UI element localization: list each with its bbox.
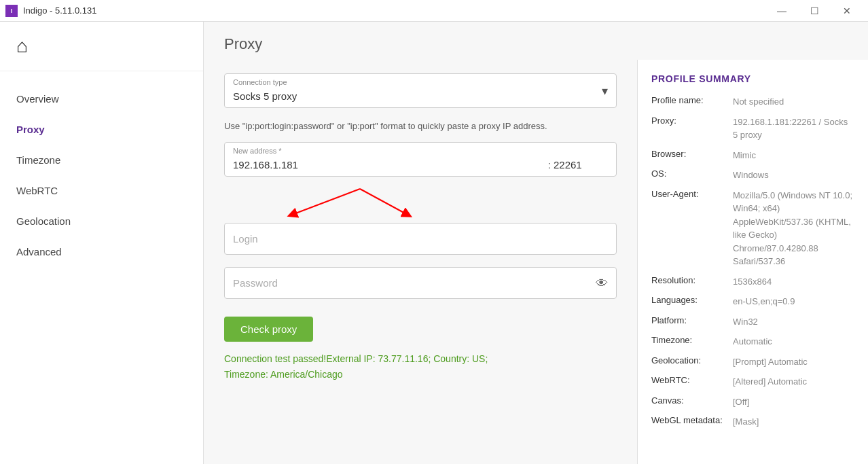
summary-row: WebRTC:[Altered] Automatic xyxy=(651,375,854,389)
summary-row: Platform:Win32 xyxy=(651,315,854,329)
content-main: Connection type Socks 5 proxy Socks 4 pr… xyxy=(204,60,868,464)
titlebar: I Indigo - 5.11.0.131 — ☐ ✕ xyxy=(0,0,868,22)
arrow-annotation xyxy=(224,182,617,223)
summary-value: Not specified xyxy=(733,95,854,109)
summary-value: Mimic xyxy=(733,149,854,162)
summary-value: en-US,en;q=0.9 xyxy=(733,295,854,308)
summary-value: Mozilla/5.0 (Windows NT 10.0; Win64; x64… xyxy=(733,189,854,268)
summary-key: Canvas: xyxy=(651,395,733,406)
profile-summary-title: PROFILE SUMMARY xyxy=(651,73,854,84)
summary-value: 192.168.1.181:22261 / Socks 5 proxy xyxy=(733,115,854,142)
sidebar-item-proxy[interactable]: Proxy xyxy=(0,115,203,143)
address-input[interactable] xyxy=(233,159,545,171)
success-message: Connection test passed!External IP: 73.7… xyxy=(224,351,617,382)
summary-value: Windows xyxy=(733,168,854,182)
sidebar-home[interactable]: ⌂ xyxy=(0,22,203,71)
summary-value: [Mask] xyxy=(733,415,854,429)
summary-key: Browser: xyxy=(651,149,733,159)
app-logo: I xyxy=(5,5,18,17)
summary-rows: Profile name:Not specifiedProxy:192.168.… xyxy=(651,95,854,429)
sidebar-item-geolocation[interactable]: Geolocation xyxy=(0,207,203,235)
summary-key: Geolocation: xyxy=(651,355,733,365)
sidebar: ⌂ Overview Proxy Timezone WebRTC Geoloca… xyxy=(0,22,204,464)
connection-type-label: Connection type xyxy=(233,78,287,86)
summary-value: [Altered] Automatic xyxy=(733,375,854,389)
login-group xyxy=(224,223,617,255)
sidebar-item-webrtc[interactable]: WebRTC xyxy=(0,177,203,204)
summary-key: Profile name: xyxy=(651,95,733,105)
summary-row: Languages:en-US,en;q=0.9 xyxy=(651,295,854,308)
summary-row: Timezone:Automatic xyxy=(651,335,854,349)
summary-key: User-Agent: xyxy=(651,189,733,199)
summary-row: Proxy:192.168.1.181:22261 / Socks 5 prox… xyxy=(651,115,854,142)
summary-key: Resolution: xyxy=(651,275,733,285)
maximize-button[interactable]: ☐ xyxy=(799,0,830,22)
connection-type-group: Connection type Socks 5 proxy Socks 4 pr… xyxy=(224,73,617,108)
page-title: Proxy xyxy=(224,35,848,53)
minimize-button[interactable]: — xyxy=(766,0,797,22)
summary-value: 1536x864 xyxy=(733,275,854,289)
summary-row: Geolocation:[Prompt] Automatic xyxy=(651,355,854,369)
login-input[interactable] xyxy=(225,224,616,254)
form-area: Connection type Socks 5 proxy Socks 4 pr… xyxy=(204,60,637,464)
sidebar-item-timezone[interactable]: Timezone xyxy=(0,146,203,174)
form-section: Connection type Socks 5 proxy Socks 4 pr… xyxy=(224,73,617,382)
summary-value: Win32 xyxy=(733,315,854,329)
profile-summary: PROFILE SUMMARY Profile name:Not specifi… xyxy=(637,60,868,464)
summary-key: Languages: xyxy=(651,295,733,305)
password-input[interactable] xyxy=(225,268,616,298)
summary-value: [Off] xyxy=(733,395,854,409)
summary-key: Platform: xyxy=(651,315,733,325)
titlebar-controls: — ☐ ✕ xyxy=(766,0,863,22)
summary-row: Browser:Mimic xyxy=(651,149,854,162)
login-wrapper xyxy=(224,223,617,255)
summary-key: Timezone: xyxy=(651,335,733,345)
summary-key: OS: xyxy=(651,168,733,179)
close-button[interactable]: ✕ xyxy=(831,0,863,22)
summary-row: Canvas:[Off] xyxy=(651,395,854,409)
sidebar-item-overview[interactable]: Overview xyxy=(0,85,203,113)
home-icon[interactable]: ⌂ xyxy=(16,35,187,57)
svg-line-1 xyxy=(360,189,408,215)
content-header: Proxy xyxy=(204,22,868,60)
titlebar-title: Indigo - 5.11.0.131 xyxy=(23,5,96,16)
connection-type-dropdown[interactable]: Connection type Socks 5 proxy Socks 4 pr… xyxy=(224,73,617,108)
sidebar-nav: Overview Proxy Timezone WebRTC Geolocati… xyxy=(0,71,203,279)
titlebar-left: I Indigo - 5.11.0.131 xyxy=(5,5,96,17)
summary-row: User-Agent:Mozilla/5.0 (Windows NT 10.0;… xyxy=(651,189,854,268)
svg-line-0 xyxy=(292,189,360,215)
summary-value: Automatic xyxy=(733,335,854,349)
address-separator: : xyxy=(545,159,554,171)
arrow-svg xyxy=(224,182,564,223)
hint-text: Use "ip:port:login:password" or "ip:port… xyxy=(224,120,617,132)
address-label: New address * xyxy=(233,147,282,155)
success-text-content: Connection test passed!External IP: 73.7… xyxy=(224,353,488,379)
sidebar-item-advanced[interactable]: Advanced xyxy=(0,238,203,266)
content: Proxy Connection type Socks 5 proxy Sock… xyxy=(204,22,868,464)
address-wrapper: New address * : xyxy=(224,142,617,177)
check-proxy-button[interactable]: Check proxy xyxy=(224,317,313,342)
summary-key: Proxy: xyxy=(651,115,733,126)
summary-row: Profile name:Not specified xyxy=(651,95,854,109)
password-group: 👁 xyxy=(224,267,617,299)
summary-row: Resolution:1536x864 xyxy=(651,275,854,289)
port-input[interactable] xyxy=(554,159,608,171)
password-wrapper: 👁 xyxy=(224,267,617,299)
address-input-row: : xyxy=(225,143,616,176)
password-toggle-icon[interactable]: 👁 xyxy=(596,276,608,290)
summary-row: WebGL metadata:[Mask] xyxy=(651,415,854,429)
summary-value: [Prompt] Automatic xyxy=(733,355,854,369)
address-group: New address * : xyxy=(224,142,617,177)
summary-key: WebGL metadata: xyxy=(651,415,733,425)
summary-row: OS:Windows xyxy=(651,168,854,182)
app-body: ⌂ Overview Proxy Timezone WebRTC Geoloca… xyxy=(0,22,868,464)
summary-key: WebRTC: xyxy=(651,375,733,385)
